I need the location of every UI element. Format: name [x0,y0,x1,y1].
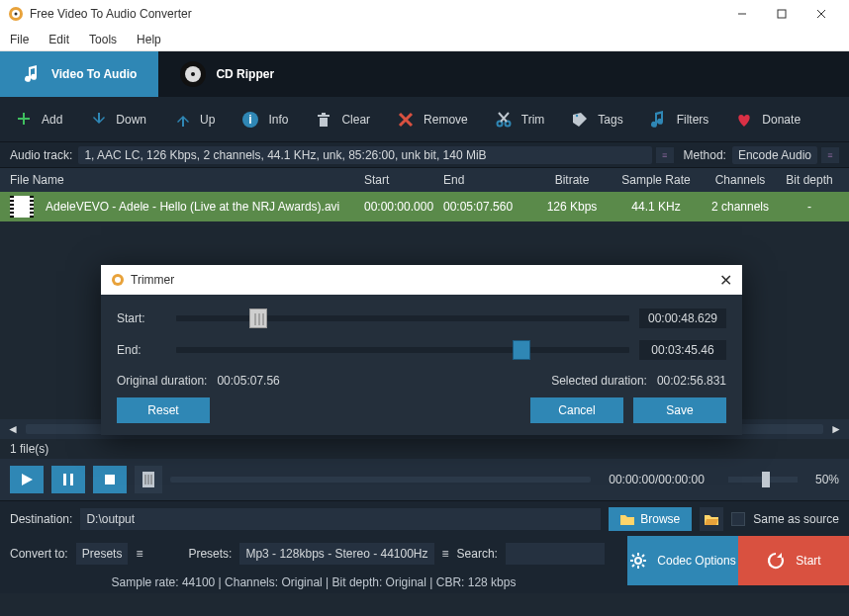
menubar: File Edit Tools Help [0,28,849,51]
svg-point-8 [191,72,195,76]
down-button[interactable]: Down [88,110,146,130]
codec-options-button[interactable]: Codec Options [627,536,738,585]
method-value[interactable]: Encode Audio [732,146,817,164]
col-bitdepth[interactable]: Bit depth [780,173,839,187]
destination-input[interactable] [80,508,601,530]
trimmer-dialog: Trimmer ✕ Start: 00:00:48.629 End: 00:03… [101,265,742,435]
convert-row: Convert to: Presets ≡ Presets: Mp3 - 128… [0,536,627,572]
tag-icon [570,110,590,130]
presets-menu-button[interactable]: ≡ [442,547,449,561]
app-tabs: Video To Audio CD Ripper [0,51,849,97]
x-icon [396,110,416,130]
playback-track[interactable] [170,477,591,483]
col-samplerate[interactable]: Sample Rate [612,173,701,187]
trim-button[interactable]: Trim [494,110,545,130]
open-folder-button[interactable] [700,507,723,531]
method-label: Method: [684,148,726,162]
close-button[interactable] [802,0,841,28]
tab-cd-ripper[interactable]: CD Ripper [158,51,296,97]
svg-rect-14 [63,474,66,485]
browse-label: Browse [640,512,680,526]
scroll-left-icon[interactable]: ◄ [6,422,20,436]
presets-select[interactable]: Mp3 - 128kbps - Stereo - 44100Hz [239,543,433,565]
app-title: Free Video To Audio Converter [30,7,722,21]
convert-to-label: Convert to: [10,547,68,561]
trimmer-reset-button[interactable]: Reset [117,397,210,423]
donate-button[interactable]: Donate [734,110,801,130]
menu-help[interactable]: Help [127,30,171,49]
col-filename[interactable]: File Name [10,173,364,187]
presets-label: Presets: [188,547,232,561]
music-note-icon [22,64,42,84]
svg-rect-15 [70,474,73,485]
trim-label: Trim [521,113,545,127]
seek-handle[interactable] [135,466,162,493]
col-start[interactable]: Start [364,173,443,187]
info-icon: i [240,110,260,130]
arrow-down-icon [88,110,108,130]
clear-button[interactable]: Clear [314,110,370,130]
file-row[interactable]: AdeleVEVO - Adele - Hello (Live at the N… [0,192,849,221]
trimmer-cancel-label: Cancel [558,403,595,417]
cd-icon [180,61,206,87]
col-end[interactable]: End [443,173,532,187]
remove-button[interactable]: Remove [396,110,468,130]
search-input[interactable] [506,543,605,565]
trimmer-start-thumb[interactable] [249,308,267,328]
stop-button[interactable] [93,466,127,493]
add-button[interactable]: Add [14,110,62,130]
gear-icon [629,552,647,570]
info-button[interactable]: iInfo [240,110,288,130]
folder-icon [620,513,634,525]
heart-icon [734,110,754,130]
svg-text:i: i [249,113,252,127]
zoom-thumb[interactable] [762,472,770,487]
maximize-button[interactable] [762,0,802,28]
trimmer-reset-label: Reset [147,403,178,417]
svg-point-23 [115,277,121,283]
filters-button[interactable]: Filters [649,110,709,130]
trimmer-end-thumb[interactable] [513,340,530,360]
trimmer-cancel-button[interactable]: Cancel [530,397,623,423]
tab-video-to-audio[interactable]: Video To Audio [0,51,158,97]
file-samplerate: 44.1 KHz [612,200,701,214]
file-count: 1 file(s) [0,439,849,459]
trimmer-end-label: End: [117,343,166,357]
pause-button[interactable] [51,466,85,493]
tags-button[interactable]: Tags [570,110,622,130]
trimmer-save-button[interactable]: Save [633,397,726,423]
trimmer-start-slider[interactable] [176,315,629,321]
scroll-right-icon[interactable]: ► [829,422,843,436]
status-bar: Sample rate: 44100 | Channels: Original … [0,572,627,593]
same-as-source-checkbox[interactable] [731,512,745,526]
tab-label: Video To Audio [51,67,137,81]
trimmer-save-label: Save [666,403,693,417]
method-menu-button[interactable]: ≡ [821,147,839,163]
destination-label: Destination: [10,512,72,526]
clear-label: Clear [341,113,370,127]
audio-track-bar: Audio track: 1, AAC LC, 126 Kbps, 2 chan… [0,142,849,168]
menu-file[interactable]: File [0,30,39,49]
audio-track-menu-button[interactable]: ≡ [656,147,674,163]
convert-to-value: Presets [82,547,123,561]
original-duration-value: 00:05:07.56 [217,374,279,388]
menu-tools[interactable]: Tools [79,30,127,49]
convert-to-menu-button[interactable]: ≡ [136,547,142,561]
start-button[interactable]: Start [738,536,849,585]
app-icon [8,6,24,22]
trimmer-close-button[interactable]: ✕ [719,271,732,290]
selected-duration-label: Selected duration: [551,374,647,388]
svg-point-21 [635,558,641,564]
audio-track-value[interactable]: 1, AAC LC, 126 Kbps, 2 channels, 44.1 KH… [78,146,651,164]
zoom-slider[interactable] [728,477,798,483]
convert-to-select[interactable]: Presets [76,543,129,565]
col-bitrate[interactable]: Bitrate [532,173,612,187]
minimize-button[interactable] [722,0,762,28]
browse-button[interactable]: Browse [609,507,692,531]
col-channels[interactable]: Channels [701,173,780,187]
play-button[interactable] [10,466,44,493]
video-file-icon [10,196,34,218]
menu-edit[interactable]: Edit [39,30,79,49]
up-button[interactable]: Up [172,110,215,130]
trimmer-end-slider[interactable] [176,347,629,353]
